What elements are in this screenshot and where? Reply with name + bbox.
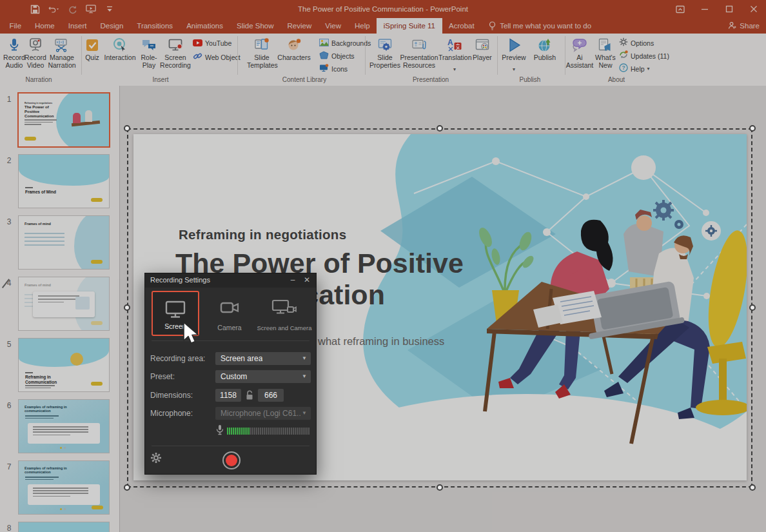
meter-segment [285,428,286,435]
dialog-divider [152,446,309,446]
dialog-title: Recording Settings [150,276,210,284]
mode-screen-and-camera-button[interactable]: Screen and Camera [256,291,313,336]
unlock-icon[interactable] [245,389,254,404]
meter-segment [287,428,288,435]
meter-segment [241,428,242,435]
meter-segment [300,428,302,435]
dialog-minimize-button[interactable]: – [286,273,299,286]
screen-and-camera-mode-icon [256,299,313,318]
height-field[interactable]: 666 [258,389,284,402]
recording-area-label: Recording area: [150,354,205,363]
meter-segment [244,428,246,435]
powerpoint-window: The Power of Positive Communication - Po… [0,0,766,532]
meter-segment [291,428,292,435]
record-dot [226,455,237,466]
selection-handle-bottom-middle[interactable] [437,484,443,491]
dialog-divider [152,340,309,341]
camera-mode-icon [206,299,253,318]
screen-mode-icon [153,300,198,319]
dialog-header[interactable]: Recording Settings – ✕ [145,273,316,288]
microphone-dropdown[interactable]: Microphone (Logi C61... ▼ [215,407,311,420]
selection-handle-top-left[interactable] [124,125,130,132]
chevron-down-icon: ▼ [302,407,307,420]
width-field[interactable]: 1158 [215,389,241,402]
meter-segment [308,428,309,435]
meter-segment [295,428,296,435]
selection-handle-top-right[interactable] [749,125,756,132]
dialog-close-button[interactable]: ✕ [300,273,313,286]
microphone-level-meter [227,428,309,435]
selection-handle-top-middle[interactable] [437,125,443,132]
meter-segment [264,428,265,435]
meter-segment [271,428,273,435]
meter-segment [275,428,277,435]
meter-segment [248,428,250,435]
meter-segment [239,428,240,435]
selection-handle-bottom-left[interactable] [124,484,130,491]
chevron-down-icon: ▼ [302,352,307,365]
meter-segment [268,428,269,435]
meter-segment [299,428,300,435]
meter-segment [277,428,279,435]
meter-segment [235,428,236,435]
meter-segment [256,428,257,435]
microphone-label: Microphone: [150,409,193,418]
meter-segment [246,428,248,435]
mouse-cursor [182,322,201,349]
settings-gear-icon[interactable] [150,452,162,466]
mode-camera-label: Camera [206,324,253,331]
meter-segment [304,428,306,435]
meter-segment [297,428,298,435]
record-button[interactable] [222,451,241,469]
meter-segment [252,428,253,435]
preset-value: Custom [221,370,247,383]
preset-label: Preset: [150,372,175,381]
meter-segment [270,428,271,435]
meter-segment [254,428,255,435]
meter-segment [266,428,267,435]
meter-segment [281,428,282,435]
meter-segment [273,428,275,435]
meter-segment [279,428,280,435]
meter-segment [289,428,290,435]
selection-handle-middle-right[interactable] [749,304,756,311]
mode-camera-button[interactable]: Camera [206,291,253,336]
dimensions-label: Dimensions: [150,391,193,400]
microphone-level-icon [216,424,224,438]
meter-segment [229,428,230,435]
meter-segment [293,428,294,435]
meter-segment [302,428,304,435]
meter-segment [283,428,284,435]
meter-segment [262,428,263,435]
meter-segment [237,428,238,435]
chevron-down-icon: ▼ [302,370,307,383]
meter-segment [258,428,259,435]
meter-segment [231,428,232,435]
selection-handle-middle-left[interactable] [124,304,130,311]
microphone-value: Microphone (Logi C61... [221,407,300,420]
meter-segment [250,428,251,435]
meter-segment [227,428,228,435]
meter-segment [260,428,261,435]
recording-area-dropdown[interactable]: Screen area ▼ [215,352,311,365]
selection-handle-bottom-right[interactable] [749,484,756,491]
meter-segment [233,428,234,435]
mode-screen-and-camera-label: Screen and Camera [256,324,313,331]
recording-settings-dialog: Recording Settings – ✕ Screen Camera Scr… [144,273,317,475]
meter-segment [306,428,308,435]
preset-dropdown[interactable]: Custom ▼ [215,370,311,383]
recording-area-value: Screen area [221,352,262,365]
meter-segment [242,428,244,435]
